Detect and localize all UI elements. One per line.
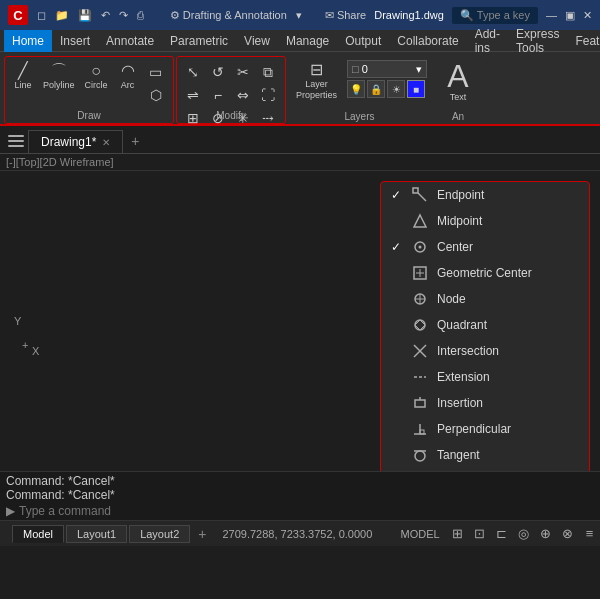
svg-point-21	[415, 451, 425, 461]
menu-express-tools[interactable]: Express Tools	[508, 30, 567, 52]
layer-dropdown[interactable]: □ 0 ▾	[347, 60, 427, 78]
menu-addins[interactable]: Add-ins	[467, 30, 508, 52]
snap-quadrant[interactable]: Quadrant	[381, 312, 589, 338]
polar-btn[interactable]: ◎	[514, 524, 534, 544]
menu-output[interactable]: Output	[337, 30, 389, 52]
canvas-area: Y + X ➤ ✓ Endpoint Midpoint	[0, 171, 600, 471]
layer-icon3[interactable]: ☀	[387, 80, 405, 98]
layer-color[interactable]: ■	[407, 80, 425, 98]
close-btn[interactable]: ✕	[583, 9, 592, 22]
command-input[interactable]	[19, 504, 594, 518]
lineweight-btn[interactable]: ≡	[580, 524, 600, 544]
polyline-icon: ⌒	[51, 63, 67, 79]
snap-geometric-center[interactable]: Geometric Center	[381, 260, 589, 286]
line-btn[interactable]: ╱ Line	[9, 61, 37, 92]
snap-extension[interactable]: Extension	[381, 364, 589, 390]
layout-tab-layout2[interactable]: Layout2	[129, 525, 190, 543]
minimize-btn[interactable]: —	[546, 9, 557, 21]
mirror-btn[interactable]: ⇌	[181, 84, 205, 106]
circle-btn[interactable]: ○ Circle	[81, 61, 112, 92]
stretch-btn[interactable]: ⇔	[231, 84, 255, 106]
search-box[interactable]: 🔍 Type a key	[452, 7, 538, 24]
main-view[interactable]: Y + X ➤ ✓ Endpoint Midpoint	[0, 171, 600, 471]
line-icon: ╱	[18, 63, 28, 79]
drawing-tab[interactable]: Drawing1* ✕	[28, 130, 123, 153]
snap-insertion[interactable]: Insertion	[381, 390, 589, 416]
tab-close-btn[interactable]: ✕	[102, 137, 110, 148]
plot-btn[interactable]: ⎙	[134, 7, 147, 23]
layer-controls: □ 0 ▾ 💡 🔒 ☀ ■	[347, 60, 427, 98]
snap-nearest[interactable]: Nearest	[381, 468, 589, 471]
share-btn[interactable]: ✉ Share	[325, 9, 366, 22]
bottom-bar: Model Layout1 Layout2 + 2709.7288, 7233.…	[0, 520, 600, 546]
arc-btn[interactable]: ◠ Arc	[114, 61, 142, 92]
snap-node[interactable]: Node	[381, 286, 589, 312]
layout-add-btn[interactable]: +	[192, 526, 212, 542]
bottom-hamburger[interactable]	[4, 522, 10, 546]
layers-label: Layers	[288, 111, 431, 122]
fillet-btn[interactable]: ⌐	[206, 84, 230, 106]
snap-btn[interactable]: ⊡	[470, 524, 490, 544]
snap-endpoint[interactable]: ✓ Endpoint	[381, 182, 589, 208]
text-label: Text	[450, 92, 467, 102]
svg-marker-2	[414, 215, 426, 227]
copy-btn[interactable]: ⧉	[256, 61, 280, 83]
new-tab-btn[interactable]: +	[123, 129, 147, 153]
menu-feat[interactable]: Feat	[567, 30, 600, 52]
menu-collaborate[interactable]: Collaborate	[389, 30, 466, 52]
layer-icon1[interactable]: 💡	[347, 80, 365, 98]
quadrant-icon	[411, 316, 429, 334]
layer-icon2[interactable]: 🔒	[367, 80, 385, 98]
layout-tab-layout1[interactable]: Layout1	[66, 525, 127, 543]
cmd-line2: Command: *Cancel*	[6, 488, 594, 502]
text-btn[interactable]: A Text	[437, 60, 479, 102]
save-btn[interactable]: 💾	[75, 7, 95, 24]
hamburger-menu[interactable]	[4, 129, 28, 153]
model-btn[interactable]: MODEL	[394, 526, 445, 542]
trim-btn[interactable]: ✂	[231, 61, 255, 83]
menu-home[interactable]: Home	[4, 30, 52, 52]
grid-btn[interactable]: ⊞	[448, 524, 468, 544]
polyline-btn[interactable]: ⌒ Polyline	[39, 61, 79, 92]
rotate-btn[interactable]: ↺	[206, 61, 230, 83]
cmd-input-row: ▶	[6, 504, 594, 518]
rectangle-btn[interactable]: ▭	[144, 61, 168, 83]
move-btn[interactable]: ⤡	[181, 61, 205, 83]
new-btn[interactable]: ◻	[34, 7, 49, 24]
layers-icon: ⊟	[310, 62, 323, 78]
menu-view[interactable]: View	[236, 30, 278, 52]
svg-point-11	[415, 320, 425, 330]
snap-intersection[interactable]: Intersection	[381, 338, 589, 364]
menu-annotate[interactable]: Annotate	[98, 30, 162, 52]
snap-perpendicular[interactable]: Perpendicular	[381, 416, 589, 442]
snap-menu: ✓ Endpoint Midpoint ✓ Center	[380, 181, 590, 471]
undo-btn[interactable]: ↶	[98, 7, 113, 24]
status-icons: ⊞ ⊡ ⊏ ◎ ⊕ ⊗ ≡ ◐ ⊡ A ⚙	[448, 524, 600, 544]
snap-tangent[interactable]: Tangent	[381, 442, 589, 468]
polygon-btn[interactable]: ⬡	[144, 84, 168, 106]
osnap-btn[interactable]: ⊕	[536, 524, 556, 544]
menu-parametric[interactable]: Parametric	[162, 30, 236, 52]
menu-bar: Home Insert Annotate Parametric View Man…	[0, 30, 600, 52]
snap-midpoint[interactable]: Midpoint	[381, 208, 589, 234]
snap-center[interactable]: ✓ Center	[381, 234, 589, 260]
ortho-btn[interactable]: ⊏	[492, 524, 512, 544]
layout-tab-model[interactable]: Model	[12, 525, 64, 543]
scale-btn[interactable]: ⛶	[256, 84, 280, 106]
perpendicular-icon	[411, 420, 429, 438]
layer-properties-btn[interactable]: ⊟ Layer Properties	[292, 60, 341, 102]
viewport-label: [-][Top][2D Wireframe]	[0, 154, 600, 171]
menu-insert[interactable]: Insert	[52, 30, 98, 52]
app-icon: C	[8, 5, 28, 25]
quick-access-toolbar: ◻ 📁 💾 ↶ ↷ ⎙	[34, 7, 147, 24]
open-btn[interactable]: 📁	[52, 7, 72, 24]
workspace-selector[interactable]: ⚙ Drafting & Annotation ▾	[153, 9, 319, 22]
midpoint-icon	[411, 212, 429, 230]
menu-manage[interactable]: Manage	[278, 30, 337, 52]
endpoint-icon	[411, 186, 429, 204]
draw-group: ╱ Line ⌒ Polyline ○ Circle ◠ Arc ▭ ⬡	[4, 56, 174, 124]
redo-btn[interactable]: ↷	[116, 7, 131, 24]
x-axis-label: X	[32, 345, 39, 357]
maximize-btn[interactable]: ▣	[565, 9, 575, 22]
otrack-btn[interactable]: ⊗	[558, 524, 578, 544]
